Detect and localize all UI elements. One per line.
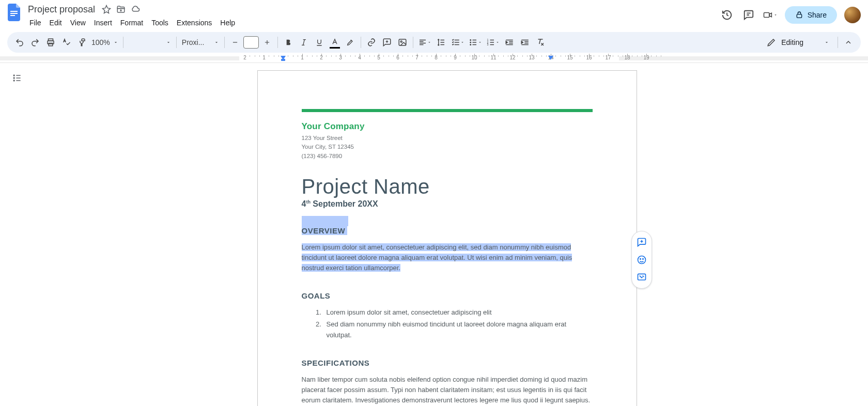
svg-point-10 [470,40,471,41]
add-emoji-pill-button[interactable] [634,252,649,268]
mode-select[interactable]: Editing [762,35,834,50]
checklist-button[interactable] [450,35,466,50]
workspace: Your Company 123 Your Street Your City, … [0,63,868,406]
menu-bar: File Edit View Insert Format Tools Exten… [26,17,239,29]
horizontal-ruler[interactable]: 2112345678910111213141516171819 [0,54,868,63]
menu-extensions[interactable]: Extensions [173,17,215,29]
selection-blank-line [302,216,348,226]
highlight-button[interactable] [343,35,358,50]
redo-button[interactable] [28,35,42,50]
svg-point-19 [638,256,645,264]
bold-button[interactable] [281,35,296,50]
insert-link-button[interactable] [364,35,379,50]
font-select[interactable]: Proxi... [180,35,221,50]
paint-format-button[interactable] [74,35,89,50]
svg-rect-2 [10,15,15,16]
title-column: Project proposal File Edit View Insert F… [26,3,239,29]
show-outline-button[interactable] [9,70,25,86]
document-title[interactable]: Project proposal [26,3,97,16]
increase-font-button[interactable] [260,35,274,50]
bulleted-list-button[interactable] [467,35,484,50]
star-icon[interactable] [101,4,112,14]
docs-logo[interactable] [7,3,22,22]
decrease-font-button[interactable] [228,35,242,50]
svg-point-9 [400,41,402,42]
svg-rect-4 [797,14,801,18]
add-comment-button[interactable] [380,35,394,50]
overview-heading: OVERVIEW [302,226,593,235]
align-button[interactable] [416,35,433,50]
document-page[interactable]: Your Company 123 Your Street Your City, … [257,70,637,406]
clear-formatting-button[interactable] [533,35,548,50]
line-spacing-button[interactable] [434,35,448,50]
menu-tools[interactable]: Tools [148,17,172,29]
increase-indent-button[interactable] [518,35,532,50]
cloud-status-icon[interactable] [130,4,141,14]
svg-rect-0 [10,11,18,12]
svg-point-16 [13,75,14,76]
zoom-value: 100% [91,38,110,46]
underline-button[interactable] [312,35,327,50]
overview-paragraph: Lorem ipsum dolor sit amet, consectetuer… [302,242,593,273]
mode-label: Editing [781,38,803,46]
move-icon[interactable] [116,4,126,14]
menu-file[interactable]: File [26,17,45,29]
share-button[interactable]: Share [785,6,837,24]
specifications-paragraph: Nam liber tempor cum soluta nobis eleife… [302,374,593,405]
svg-point-18 [13,80,14,81]
share-label: Share [808,11,827,19]
paragraph-style-select[interactable] [127,35,173,50]
decrease-indent-button[interactable] [502,35,517,50]
menu-edit[interactable]: Edit [46,17,66,29]
undo-button[interactable] [12,35,27,50]
project-title: Project Name [302,175,593,198]
menu-help[interactable]: Help [216,17,239,29]
svg-text:3: 3 [487,43,488,46]
list-item: Lorem ipsum dolor sit amet, consectetuer… [323,307,593,318]
menu-insert[interactable]: Insert [90,17,116,29]
svg-point-12 [470,44,471,45]
svg-rect-3 [764,13,769,18]
account-avatar[interactable] [844,7,861,23]
goals-list: Lorem ipsum dolor sit amet, consectetuer… [302,307,593,341]
specifications-heading: SPECIFICATIONS [302,358,593,367]
company-address: 123 Your Street Your City, ST 12345 (123… [302,134,593,161]
italic-button[interactable] [297,35,311,50]
app-header: Project proposal File Edit View Insert F… [0,0,868,29]
company-name: Your Company [302,121,593,132]
print-button[interactable] [43,35,58,50]
menu-view[interactable]: View [67,17,89,29]
svg-point-20 [640,259,641,260]
svg-point-11 [470,42,471,43]
svg-point-21 [642,259,643,260]
toolbar: 100% Proxi... 123 Editing [7,32,861,53]
numbered-list-button[interactable]: 123 [485,35,501,50]
list-item: Sed diam nonummy nibh euismod tincidunt … [323,319,593,341]
font-value: Proxi... [182,38,205,46]
svg-rect-22 [638,274,645,280]
history-icon[interactable] [720,8,734,22]
comment-pill [631,231,652,289]
project-date: 4th September 20XX [302,199,593,209]
menu-format[interactable]: Format [117,17,147,29]
svg-rect-1 [10,13,18,14]
header-right: Share [720,3,861,24]
add-comment-pill-button[interactable] [634,235,649,250]
collapse-toolbar-button[interactable] [841,35,856,50]
insert-image-button[interactable] [395,35,410,50]
suggest-edits-pill-button[interactable] [634,270,649,285]
goals-heading: GOALS [302,291,593,300]
meet-icon[interactable] [763,8,778,22]
spellcheck-button[interactable] [59,35,73,50]
font-size-input[interactable] [243,36,259,49]
header-accent-bar [302,109,593,112]
svg-point-17 [13,77,14,79]
svg-rect-8 [399,39,406,45]
zoom-select[interactable]: 100% [90,35,120,50]
text-color-button[interactable] [328,35,342,50]
comments-icon[interactable] [741,8,756,22]
